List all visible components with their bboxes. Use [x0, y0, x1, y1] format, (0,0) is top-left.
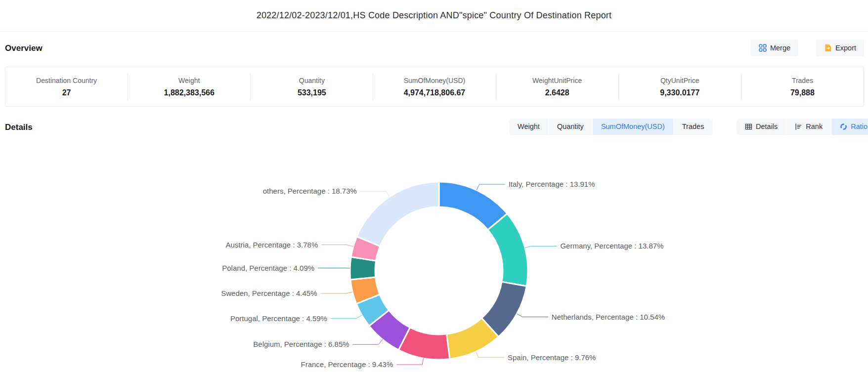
table-icon	[745, 123, 752, 130]
stat-label: SumOfMoney(USD)	[373, 77, 495, 84]
title-bar: 2022/12/02-2023/12/01,HS Code Descriptio…	[0, 0, 868, 32]
label-line-belgium	[353, 339, 383, 344]
tab-label: Trades	[682, 119, 704, 135]
label-line-italy	[477, 184, 505, 190]
label-line-portugal	[331, 315, 362, 319]
tab-label: Details	[756, 119, 778, 135]
stat-label: Quantity	[251, 77, 373, 84]
label-line-others	[360, 191, 390, 197]
export-button[interactable]: Export	[816, 40, 864, 56]
slice-label-portugal: Portugal, Percentage : 4.59%	[230, 314, 327, 323]
view-tab-details[interactable]: Details	[737, 119, 786, 135]
stat-label: WeightUnitPrice	[496, 77, 618, 84]
pie-icon	[840, 123, 847, 130]
stat-value: 2.6428	[496, 88, 618, 97]
label-line-netherlands	[517, 314, 548, 317]
stat-label: Trades	[741, 77, 864, 84]
tab-label: Rank	[806, 119, 823, 135]
export-icon	[824, 44, 832, 52]
metric-tab-group: WeightQuantitySumOfMoney(USD)Trades	[509, 119, 712, 135]
tab-quantity[interactable]: Quantity	[549, 119, 593, 135]
tab-label: Quantity	[557, 119, 584, 135]
merge-icon	[759, 44, 767, 52]
stat-value: 27	[5, 88, 128, 97]
stat-quantity: Quantity533,195	[251, 74, 373, 100]
report-page: 2022/12/02-2023/12/01,HS Code Descriptio…	[0, 0, 868, 372]
label-line-austria	[321, 245, 353, 247]
toolbar-actions: Merge Export	[751, 40, 864, 56]
stat-qtyunitprice: QtyUnitPrice9,330.0177	[619, 74, 741, 100]
stat-value: 1,882,383,566	[128, 88, 250, 97]
export-label: Export	[835, 44, 856, 52]
stat-value: 9,330.0177	[619, 88, 741, 97]
tab-label: Weight	[518, 119, 540, 135]
stat-label: Weight	[128, 77, 250, 84]
overview-heading: Overview	[5, 43, 43, 53]
view-tab-ratio[interactable]: Ratio	[831, 119, 868, 135]
slice-label-france: France, Percentage : 9.43%	[301, 360, 393, 369]
slice-label-belgium: Belgium, Percentage : 6.85%	[253, 340, 349, 348]
overview-stats-card: Destination Country27Weight1,882,383,566…	[5, 67, 864, 107]
label-line-spain	[476, 352, 504, 358]
ratio-donut-chart: Italy, Percentage : 13.91%Germany, Perce…	[0, 136, 868, 372]
rank-icon	[795, 123, 802, 130]
stat-value: 4,974,718,806.67	[373, 88, 495, 97]
tab-sumofmoney-usd[interactable]: SumOfMoney(USD)	[593, 119, 674, 135]
slice-label-poland: Poland, Percentage : 4.09%	[222, 264, 314, 272]
stat-trades: Trades79,888	[741, 74, 864, 100]
tab-label: Ratio	[851, 119, 868, 135]
ratio-chart-area: Italy, Percentage : 13.91%Germany, Perce…	[0, 136, 868, 372]
page-title: 2022/12/02-2023/12/01,HS Code Descriptio…	[257, 10, 612, 21]
slice-label-others: others, Percentage : 18.73%	[263, 187, 357, 195]
slice-label-austria: Austria, Percentage : 3.78%	[225, 241, 318, 249]
label-line-france	[396, 358, 423, 365]
slice-germany[interactable]	[488, 213, 528, 286]
slice-label-netherlands: Netherlands, Percentage : 10.54%	[552, 313, 665, 321]
stat-destination-country: Destination Country27	[5, 74, 128, 100]
label-line-germany	[525, 246, 557, 248]
stat-label: QtyUnitPrice	[619, 77, 741, 84]
stat-value: 79,888	[741, 88, 864, 97]
slice-label-germany: Germany, Percentage : 13.87%	[560, 242, 663, 250]
stat-label: Destination Country	[5, 77, 128, 84]
tab-weight[interactable]: Weight	[509, 119, 549, 135]
view-tab-group: DetailsRankRatio	[737, 119, 868, 135]
stat-weight: Weight1,882,383,566	[128, 74, 251, 100]
slice-label-spain: Spain, Percentage : 9.76%	[508, 353, 596, 362]
view-tab-rank[interactable]: Rank	[786, 119, 831, 135]
stat-sumofmoney-usd: SumOfMoney(USD)4,974,718,806.67	[373, 74, 496, 100]
stat-weightunitprice: WeightUnitPrice2.6428	[496, 74, 619, 100]
tab-label: SumOfMoney(USD)	[601, 119, 665, 135]
details-heading: Details	[5, 123, 33, 132]
merge-label: Merge	[770, 44, 790, 52]
slice-label-italy: Italy, Percentage : 13.91%	[509, 180, 595, 188]
slice-label-sweden: Sweden, Percentage : 4.45%	[221, 289, 317, 297]
label-line-sweden	[321, 292, 353, 293]
merge-button[interactable]: Merge	[751, 40, 798, 56]
stat-value: 533,195	[251, 88, 373, 97]
tab-trades[interactable]: Trades	[674, 119, 713, 135]
